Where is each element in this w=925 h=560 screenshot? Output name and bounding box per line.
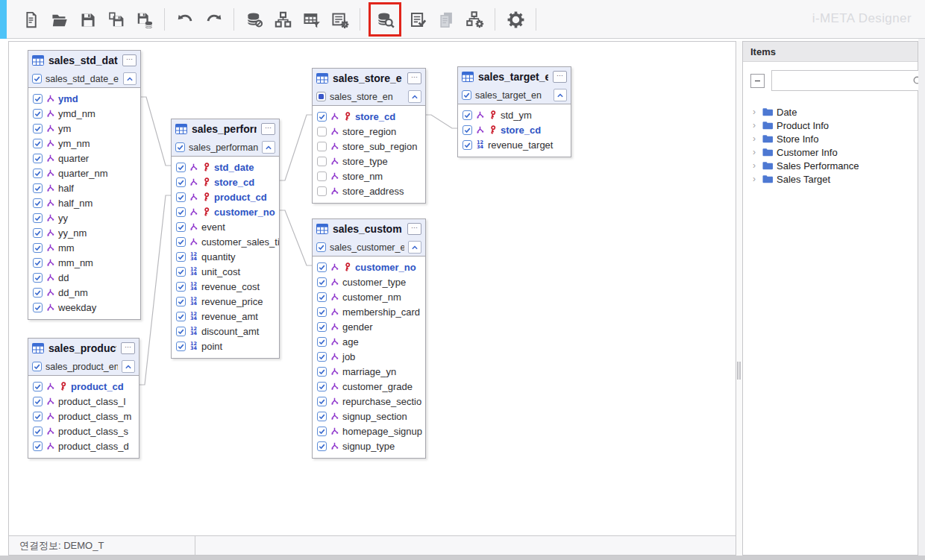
- field-row-membership_card[interactable]: membership_card: [313, 304, 425, 319]
- field-row-product_cd[interactable]: product_cd: [172, 189, 279, 204]
- chevron-right-icon[interactable]: ›: [753, 148, 759, 157]
- database-link-button[interactable]: [242, 5, 267, 34]
- field-row-store_region[interactable]: store_region: [313, 124, 425, 139]
- field-row-customer_type[interactable]: customer_type: [313, 274, 425, 289]
- checkbox-checked[interactable]: [33, 397, 43, 406]
- field-row-customer_grade[interactable]: customer_grade: [313, 379, 425, 394]
- chevron-right-icon[interactable]: ›: [753, 134, 759, 143]
- tree-item-customer-info[interactable]: ›Customer Info: [753, 145, 918, 159]
- data-flow-button[interactable]: [270, 5, 295, 34]
- checkbox-checked[interactable]: [33, 288, 43, 298]
- list-settings-button[interactable]: [327, 5, 352, 34]
- checkbox-checked[interactable]: [176, 282, 186, 292]
- collapse-table-button[interactable]: [122, 360, 135, 373]
- splitter-grip-icon[interactable]: [737, 362, 741, 380]
- field-row-marriage_yn[interactable]: marriage_yn: [313, 364, 425, 379]
- chevron-right-icon[interactable]: ›: [753, 121, 759, 130]
- checkbox-checked[interactable]: [317, 322, 327, 332]
- checkbox-checked[interactable]: [176, 327, 186, 336]
- checkbox-checked[interactable]: [462, 125, 472, 135]
- field-row-store_sub_region[interactable]: store_sub_region: [313, 139, 425, 154]
- field-row-revenue_amt[interactable]: 1234revenue_amt: [172, 309, 279, 324]
- chevron-right-icon[interactable]: ›: [753, 161, 759, 170]
- field-row-point[interactable]: 1234point: [172, 339, 279, 353]
- field-row-ymd_nm[interactable]: ymd_nm: [28, 106, 140, 121]
- checkbox-checked[interactable]: [317, 412, 327, 421]
- checkbox-unchecked[interactable]: [317, 157, 327, 166]
- checkbox-checked[interactable]: [33, 441, 43, 451]
- field-row-dd_nm[interactable]: dd_nm: [28, 285, 140, 300]
- checkbox-unchecked[interactable]: [317, 127, 327, 136]
- checkbox-checked[interactable]: [175, 142, 185, 152]
- field-row-std_date[interactable]: std_date: [172, 160, 279, 174]
- checkbox-checked[interactable]: [33, 382, 43, 391]
- checkbox-checked[interactable]: [317, 397, 327, 406]
- field-row-store_cd[interactable]: store_cd: [458, 122, 571, 137]
- field-row-quarter[interactable]: quarter: [28, 151, 140, 166]
- document-copy-button[interactable]: [433, 5, 459, 34]
- save-as-button[interactable]: [103, 5, 128, 34]
- field-row-event[interactable]: event: [172, 219, 279, 234]
- checkbox-checked[interactable]: [317, 441, 327, 451]
- checkbox-checked[interactable]: [176, 237, 186, 247]
- field-row-ym[interactable]: ym: [28, 121, 140, 136]
- field-row-job[interactable]: job: [313, 349, 425, 364]
- table-options-button[interactable]: ···: [407, 72, 421, 84]
- field-row-homepage_signup[interactable]: homepage_signup: [313, 424, 425, 438]
- field-row-customer_sales_ti[interactable]: customer_sales_ti: [172, 234, 279, 249]
- field-row-discount_amt[interactable]: 1234discount_amt: [172, 324, 279, 339]
- checkbox-unchecked[interactable]: [317, 142, 327, 151]
- collapse-table-button[interactable]: [262, 141, 275, 154]
- tree-item-sales-target[interactable]: ›Sales Target: [753, 172, 918, 186]
- checkbox-checked[interactable]: [33, 154, 43, 163]
- checkbox-checked[interactable]: [33, 198, 43, 208]
- checkbox-checked[interactable]: [33, 169, 43, 178]
- checkbox-checked[interactable]: [462, 140, 472, 150]
- checkbox-checked[interactable]: [176, 207, 186, 217]
- chevron-right-icon[interactable]: ›: [753, 174, 759, 183]
- database-search-button[interactable]: [372, 5, 398, 34]
- checkbox-checked[interactable]: [316, 242, 326, 252]
- field-row-product_class_m[interactable]: product_class_m: [28, 409, 139, 424]
- save-button[interactable]: [75, 5, 100, 34]
- chevron-right-icon[interactable]: ›: [753, 107, 759, 116]
- checkbox-checked[interactable]: [33, 427, 43, 436]
- checkbox-checked[interactable]: [32, 362, 42, 371]
- field-row-mm[interactable]: mm: [28, 240, 140, 255]
- field-row-store_address[interactable]: store_address: [313, 183, 425, 198]
- field-row-store_type[interactable]: store_type: [313, 154, 425, 169]
- checkbox-checked[interactable]: [317, 352, 327, 362]
- search-input[interactable]: [772, 71, 912, 90]
- checkbox-checked[interactable]: [33, 124, 43, 133]
- collapse-table-button[interactable]: [554, 89, 567, 101]
- connection-sales_store_e.store_cd-to-sales_target_e.store_cd[interactable]: [426, 115, 457, 128]
- checkbox-checked[interactable]: [176, 297, 186, 306]
- table-options-button[interactable]: ···: [261, 123, 275, 135]
- redo-button[interactable]: [201, 5, 226, 34]
- field-row-customer_nm[interactable]: customer_nm: [313, 289, 425, 304]
- checkbox-checked[interactable]: [33, 213, 43, 223]
- connection-sales_std_dat.ymd-to-sales_perform.std_date[interactable]: [141, 97, 171, 166]
- tree-item-product-info[interactable]: ›Product Info: [753, 119, 918, 132]
- field-row-half_nm[interactable]: half_nm: [28, 195, 140, 210]
- checkbox-unchecked[interactable]: [317, 186, 327, 196]
- checkbox-checked[interactable]: [317, 382, 327, 391]
- field-row-quarter_nm[interactable]: quarter_nm: [28, 166, 140, 180]
- checkbox-checked[interactable]: [462, 110, 472, 120]
- open-folder-button[interactable]: [46, 5, 72, 34]
- field-row-gender[interactable]: gender: [313, 319, 425, 334]
- checkbox-partial[interactable]: [316, 92, 326, 101]
- field-row-revenue_price[interactable]: 1234revenue_price: [172, 294, 279, 309]
- checkbox-checked[interactable]: [33, 109, 43, 119]
- table-header[interactable]: sales_target_e···: [458, 67, 571, 86]
- checkbox-checked[interactable]: [33, 228, 43, 238]
- checkbox-checked[interactable]: [176, 163, 186, 172]
- field-row-quantity[interactable]: 1234quantity: [172, 249, 279, 264]
- panel-splitter[interactable]: [736, 41, 742, 556]
- checkbox-checked[interactable]: [33, 273, 43, 283]
- field-row-yy_nm[interactable]: yy_nm: [28, 225, 140, 240]
- field-row-ym_nm[interactable]: ym_nm: [28, 136, 140, 151]
- table-header[interactable]: sales_perform···: [172, 119, 279, 139]
- field-row-signup_section[interactable]: signup_section: [313, 409, 425, 424]
- table-filter-button[interactable]: [298, 5, 324, 34]
